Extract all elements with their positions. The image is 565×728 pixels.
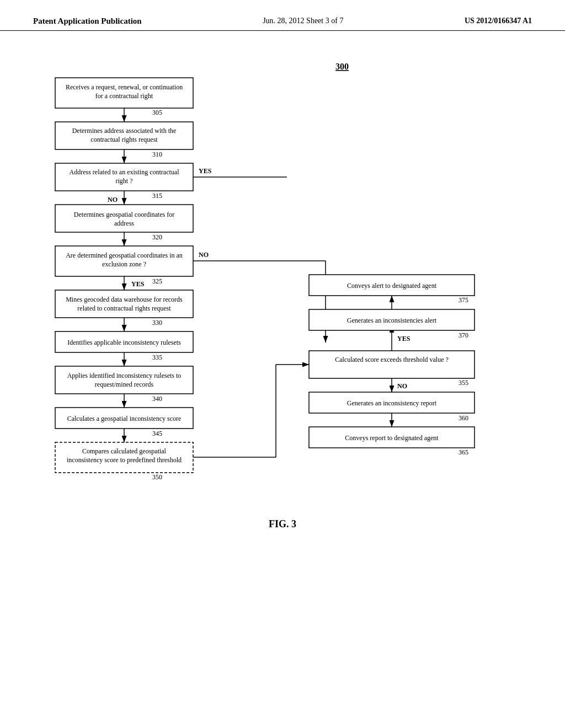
- svg-text:375: 375: [459, 296, 468, 304]
- svg-text:Calculated score exceeds thres: Calculated score exceeds threshold value…: [335, 356, 449, 363]
- svg-text:address: address: [114, 220, 134, 227]
- svg-text:340: 340: [152, 395, 162, 403]
- patent-number: US 2012/0166347 A1: [465, 17, 532, 25]
- svg-rect-59: [309, 351, 475, 378]
- svg-text:305: 305: [152, 109, 162, 116]
- svg-text:315: 315: [152, 192, 162, 200]
- svg-text:inconsistency score to predefi: inconsistency score to predefined thresh…: [67, 456, 182, 464]
- svg-text:355: 355: [459, 379, 468, 387]
- svg-text:Address related to an existing: Address related to an existing contractu…: [70, 168, 180, 176]
- svg-text:related to contractual rights : related to contractual rights request: [77, 304, 171, 312]
- svg-text:Are determined geospatial coor: Are determined geospatial coordinates in…: [66, 251, 183, 259]
- svg-text:Conveys report to designated a: Conveys report to designated agent: [345, 434, 439, 442]
- svg-text:360: 360: [459, 414, 468, 422]
- svg-text:request/mined records: request/mined records: [95, 381, 154, 388]
- svg-text:Applies identified inconsisten: Applies identified inconsistency ruleset…: [67, 372, 182, 379]
- svg-text:Mines geocoded data warehouse : Mines geocoded data warehouse for record…: [66, 296, 183, 303]
- svg-text:NO: NO: [397, 382, 407, 390]
- svg-text:exclusion zone ?: exclusion zone ?: [102, 260, 146, 268]
- svg-text:right ?: right ?: [116, 177, 133, 185]
- svg-text:Determines address associated : Determines address associated with the: [72, 127, 177, 135]
- svg-text:365: 365: [459, 448, 468, 456]
- svg-text:Generates an inconsistencies a: Generates an inconsistencies alert: [347, 317, 437, 324]
- svg-text:Conveys alert to designated ag: Conveys alert to designated agent: [347, 282, 437, 290]
- svg-text:310: 310: [152, 151, 162, 158]
- publication-label: Patent Application Publication: [33, 17, 142, 26]
- svg-text:350: 350: [152, 473, 162, 481]
- page-header: Patent Application Publication Jun. 28, …: [0, 0, 565, 31]
- svg-text:NO: NO: [108, 196, 118, 204]
- svg-text:for a contractual right: for a contractual right: [95, 92, 153, 100]
- svg-text:Identifies applicable inconsis: Identifies applicable inconsistency rule…: [67, 339, 181, 346]
- svg-text:370: 370: [459, 331, 468, 339]
- sheet-info: Jun. 28, 2012 Sheet 3 of 7: [263, 17, 343, 25]
- svg-text:NO: NO: [199, 251, 209, 259]
- svg-text:345: 345: [152, 430, 162, 437]
- svg-rect-34: [55, 290, 193, 318]
- flowchart-diagram: 300 Receives a request, renewal, or cont…: [0, 31, 565, 693]
- svg-text:Generates an inconsistency rep: Generates an inconsistency report: [347, 399, 437, 407]
- svg-text:YES: YES: [397, 335, 411, 342]
- svg-text:Calculates a geospatial incons: Calculates a geospatial inconsistency sc…: [67, 415, 182, 422]
- svg-text:contractual rights request: contractual rights request: [90, 136, 158, 143]
- svg-rect-20: [55, 205, 193, 232]
- svg-text:300: 300: [335, 62, 349, 71]
- svg-text:Compares calculated geospatial: Compares calculated geospatial: [82, 447, 167, 455]
- svg-text:330: 330: [152, 319, 162, 326]
- svg-text:320: 320: [152, 233, 162, 241]
- svg-text:Determines geospatial coordina: Determines geospatial coordinates for: [74, 211, 174, 218]
- svg-text:YES: YES: [199, 167, 212, 175]
- svg-text:335: 335: [152, 354, 162, 361]
- svg-text:325: 325: [152, 277, 162, 285]
- svg-text:FIG. 3: FIG. 3: [269, 518, 296, 529]
- svg-text:YES: YES: [131, 280, 145, 288]
- svg-text:Receives a request, renewal, o: Receives a request, renewal, or continua…: [66, 83, 183, 91]
- svg-rect-43: [55, 366, 193, 394]
